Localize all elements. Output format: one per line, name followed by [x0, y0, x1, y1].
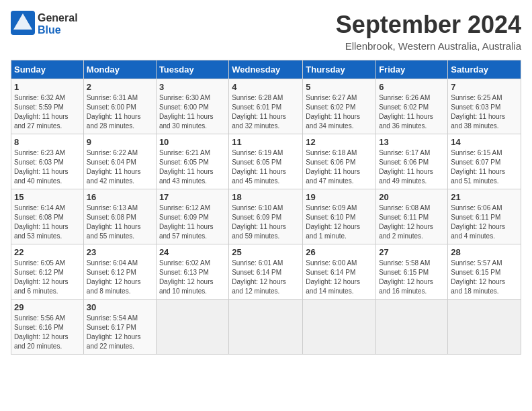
table-row: 8Sunrise: 6:23 AM Sunset: 6:03 PM Daylig…	[11, 134, 521, 189]
table-cell: 13Sunrise: 6:17 AM Sunset: 6:06 PM Dayli…	[376, 134, 448, 189]
table-cell	[303, 300, 376, 355]
page-header: General Blue September 2024 Ellenbrook, …	[11, 11, 521, 52]
day-info: Sunrise: 6:08 AM Sunset: 6:11 PM Dayligh…	[379, 203, 445, 241]
day-number: 28	[451, 247, 518, 257]
table-cell	[448, 300, 521, 355]
day-number: 29	[14, 302, 81, 312]
table-cell: 20Sunrise: 6:08 AM Sunset: 6:11 PM Dayli…	[376, 189, 448, 244]
day-info: Sunrise: 5:54 AM Sunset: 6:17 PM Dayligh…	[87, 314, 153, 351]
table-cell: 17Sunrise: 6:12 AM Sunset: 6:09 PM Dayli…	[156, 189, 228, 244]
table-cell: 15Sunrise: 6:14 AM Sunset: 6:08 PM Dayli…	[11, 189, 84, 244]
table-cell: 16Sunrise: 6:13 AM Sunset: 6:08 PM Dayli…	[83, 189, 156, 244]
day-info: Sunrise: 6:31 AM Sunset: 6:00 PM Dayligh…	[87, 93, 153, 131]
table-cell: 21Sunrise: 6:06 AM Sunset: 6:11 PM Dayli…	[448, 189, 521, 244]
day-number: 22	[14, 247, 81, 257]
day-number: 7	[451, 82, 518, 92]
table-cell: 28Sunrise: 5:57 AM Sunset: 6:15 PM Dayli…	[448, 244, 521, 300]
day-number: 2	[87, 82, 153, 92]
table-row: 1Sunrise: 6:32 AM Sunset: 5:59 PM Daylig…	[11, 79, 521, 134]
table-cell: 1Sunrise: 6:32 AM Sunset: 5:59 PM Daylig…	[11, 79, 84, 134]
table-row: 15Sunrise: 6:14 AM Sunset: 6:08 PM Dayli…	[11, 189, 521, 244]
day-number: 17	[159, 192, 226, 202]
day-number: 12	[306, 137, 373, 147]
day-number: 30	[87, 302, 153, 312]
calendar-title: September 2024	[336, 11, 521, 39]
table-cell: 26Sunrise: 6:00 AM Sunset: 6:14 PM Dayli…	[303, 244, 376, 300]
table-cell: 29Sunrise: 5:56 AM Sunset: 6:16 PM Dayli…	[11, 300, 84, 355]
logo: General Blue	[11, 11, 78, 38]
day-number: 25	[232, 247, 300, 257]
table-cell: 7Sunrise: 6:25 AM Sunset: 6:03 PM Daylig…	[448, 79, 521, 134]
table-cell	[376, 300, 448, 355]
col-saturday: Saturday	[448, 60, 521, 79]
day-info: Sunrise: 6:32 AM Sunset: 5:59 PM Dayligh…	[14, 93, 81, 131]
table-cell: 2Sunrise: 6:31 AM Sunset: 6:00 PM Daylig…	[83, 79, 156, 134]
day-info: Sunrise: 5:56 AM Sunset: 6:16 PM Dayligh…	[14, 314, 81, 351]
day-info: Sunrise: 6:04 AM Sunset: 6:12 PM Dayligh…	[87, 259, 153, 296]
table-cell: 23Sunrise: 6:04 AM Sunset: 6:12 PM Dayli…	[83, 244, 156, 300]
day-number: 21	[451, 192, 518, 202]
day-info: Sunrise: 6:17 AM Sunset: 6:06 PM Dayligh…	[379, 148, 445, 186]
day-info: Sunrise: 5:57 AM Sunset: 6:15 PM Dayligh…	[451, 259, 518, 296]
day-info: Sunrise: 6:18 AM Sunset: 6:06 PM Dayligh…	[306, 148, 373, 186]
day-info: Sunrise: 6:28 AM Sunset: 6:01 PM Dayligh…	[232, 93, 300, 131]
table-cell	[156, 300, 228, 355]
table-cell: 25Sunrise: 6:01 AM Sunset: 6:14 PM Dayli…	[229, 244, 303, 300]
day-number: 11	[232, 137, 300, 147]
day-number: 1	[14, 82, 81, 92]
day-number: 23	[87, 247, 153, 257]
day-info: Sunrise: 6:13 AM Sunset: 6:08 PM Dayligh…	[87, 203, 153, 241]
table-cell: 9Sunrise: 6:22 AM Sunset: 6:04 PM Daylig…	[83, 134, 156, 189]
table-cell: 3Sunrise: 6:30 AM Sunset: 6:00 PM Daylig…	[156, 79, 228, 134]
col-sunday: Sunday	[11, 60, 84, 79]
day-info: Sunrise: 6:22 AM Sunset: 6:04 PM Dayligh…	[87, 148, 153, 186]
table-cell: 5Sunrise: 6:27 AM Sunset: 6:02 PM Daylig…	[303, 79, 376, 134]
day-number: 14	[451, 137, 518, 147]
day-info: Sunrise: 6:26 AM Sunset: 6:02 PM Dayligh…	[379, 93, 445, 131]
day-info: Sunrise: 6:27 AM Sunset: 6:02 PM Dayligh…	[306, 93, 373, 131]
table-row: 29Sunrise: 5:56 AM Sunset: 6:16 PM Dayli…	[11, 300, 521, 355]
title-block: September 2024 Ellenbrook, Western Austr…	[336, 11, 521, 52]
day-number: 5	[306, 82, 373, 92]
day-number: 13	[379, 137, 445, 147]
day-number: 10	[159, 137, 226, 147]
table-row: 22Sunrise: 6:05 AM Sunset: 6:12 PM Dayli…	[11, 244, 521, 300]
col-wednesday: Wednesday	[229, 60, 303, 79]
col-monday: Monday	[83, 60, 156, 79]
day-number: 3	[159, 82, 226, 92]
table-cell	[229, 300, 303, 355]
table-cell: 14Sunrise: 6:15 AM Sunset: 6:07 PM Dayli…	[448, 134, 521, 189]
col-tuesday: Tuesday	[156, 60, 228, 79]
table-cell: 12Sunrise: 6:18 AM Sunset: 6:06 PM Dayli…	[303, 134, 376, 189]
day-info: Sunrise: 6:05 AM Sunset: 6:12 PM Dayligh…	[14, 259, 81, 296]
day-info: Sunrise: 6:25 AM Sunset: 6:03 PM Dayligh…	[451, 93, 518, 131]
calendar-table: Sunday Monday Tuesday Wednesday Thursday…	[11, 60, 521, 355]
day-number: 27	[379, 247, 445, 257]
day-number: 20	[379, 192, 445, 202]
day-number: 4	[232, 82, 300, 92]
day-info: Sunrise: 6:12 AM Sunset: 6:09 PM Dayligh…	[159, 203, 226, 241]
day-info: Sunrise: 6:06 AM Sunset: 6:11 PM Dayligh…	[451, 203, 518, 241]
table-cell: 22Sunrise: 6:05 AM Sunset: 6:12 PM Dayli…	[11, 244, 84, 300]
col-thursday: Thursday	[303, 60, 376, 79]
day-info: Sunrise: 6:19 AM Sunset: 6:05 PM Dayligh…	[232, 148, 300, 186]
table-cell: 27Sunrise: 5:58 AM Sunset: 6:15 PM Dayli…	[376, 244, 448, 300]
logo-blue: Blue	[38, 24, 78, 36]
day-info: Sunrise: 6:01 AM Sunset: 6:14 PM Dayligh…	[232, 259, 300, 296]
day-info: Sunrise: 6:15 AM Sunset: 6:07 PM Dayligh…	[451, 148, 518, 186]
header-row: Sunday Monday Tuesday Wednesday Thursday…	[11, 60, 521, 79]
day-number: 16	[87, 192, 153, 202]
day-info: Sunrise: 6:02 AM Sunset: 6:13 PM Dayligh…	[159, 259, 226, 296]
day-number: 24	[159, 247, 226, 257]
table-cell: 24Sunrise: 6:02 AM Sunset: 6:13 PM Dayli…	[156, 244, 228, 300]
calendar-subtitle: Ellenbrook, Western Australia, Australia	[336, 40, 521, 52]
col-friday: Friday	[376, 60, 448, 79]
day-number: 19	[306, 192, 373, 202]
table-cell: 30Sunrise: 5:54 AM Sunset: 6:17 PM Dayli…	[83, 300, 156, 355]
day-info: Sunrise: 6:30 AM Sunset: 6:00 PM Dayligh…	[159, 93, 226, 131]
logo-general: General	[38, 12, 78, 24]
table-cell: 4Sunrise: 6:28 AM Sunset: 6:01 PM Daylig…	[229, 79, 303, 134]
day-info: Sunrise: 6:09 AM Sunset: 6:10 PM Dayligh…	[306, 203, 373, 241]
table-cell: 6Sunrise: 6:26 AM Sunset: 6:02 PM Daylig…	[376, 79, 448, 134]
table-cell: 18Sunrise: 6:10 AM Sunset: 6:09 PM Dayli…	[229, 189, 303, 244]
